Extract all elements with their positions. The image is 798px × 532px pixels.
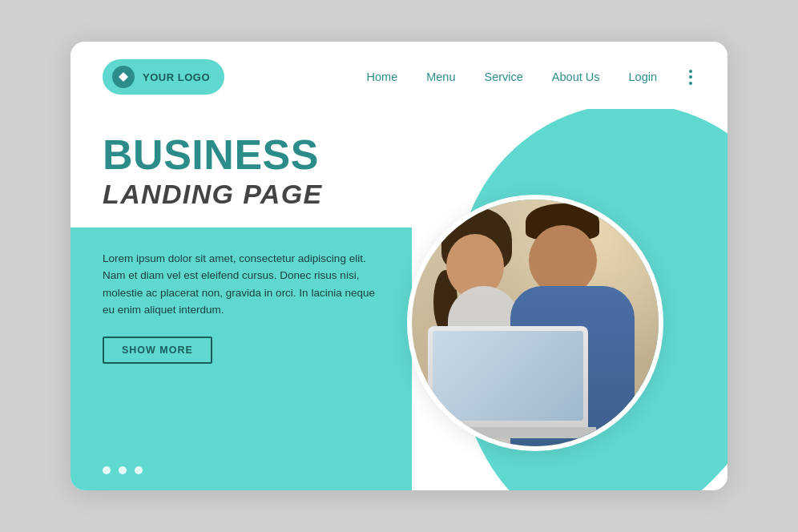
dot-3	[689, 82, 692, 85]
dot-indicator-2[interactable]	[119, 466, 127, 474]
nav-item-login[interactable]: Login	[629, 71, 657, 83]
hero-right	[360, 109, 727, 490]
logo-area[interactable]: YOUR LOGO	[103, 59, 224, 95]
nav-item-home[interactable]: Home	[367, 71, 398, 83]
slide-indicators	[103, 466, 143, 474]
nav-item-menu[interactable]: Menu	[426, 71, 455, 83]
hero-section: BUSINESS LANDING PAGE Lorem ipsum dolor …	[71, 109, 727, 490]
laptop-screen	[433, 331, 583, 421]
dot-2	[689, 75, 692, 79]
page-card: YOUR LOGO Home Menu Service About Us Log…	[71, 42, 727, 490]
show-more-button[interactable]: SHOW MORE	[103, 337, 212, 364]
svg-marker-0	[119, 72, 128, 82]
dot-indicator-1[interactable]	[103, 466, 111, 474]
man-head	[529, 225, 597, 296]
dot-1	[689, 70, 692, 73]
nav-item-about[interactable]: About Us	[552, 71, 600, 83]
laptop	[428, 326, 588, 430]
logo-text: YOUR LOGO	[143, 71, 210, 83]
hero-body-text: Lorem ipsum dolor sit amet, consectetur …	[103, 250, 380, 319]
header: YOUR LOGO Home Menu Service About Us Log…	[71, 42, 727, 109]
laptop-base	[420, 427, 596, 438]
hero-circle-image	[407, 195, 663, 451]
more-menu-button[interactable]	[686, 66, 695, 88]
nav-item-service[interactable]: Service	[485, 71, 523, 83]
dot-indicator-3[interactable]	[135, 466, 143, 474]
nav: Home Menu Service About Us Login	[367, 66, 695, 88]
photo-placeholder	[412, 200, 659, 446]
logo-icon	[112, 66, 135, 88]
